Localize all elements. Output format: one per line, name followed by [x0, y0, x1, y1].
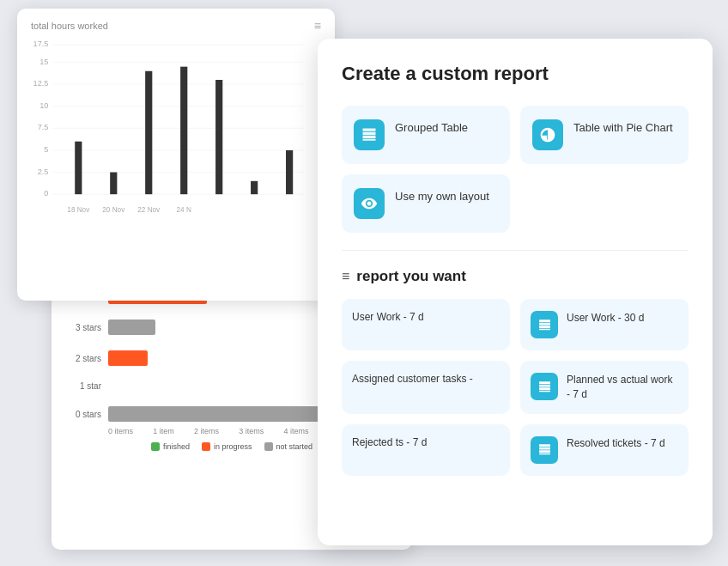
line-chart-menu-icon[interactable]: ≡	[314, 19, 321, 33]
svg-text:7.5: 7.5	[38, 123, 49, 131]
table-icon-svg2	[537, 380, 552, 394]
bar-label-1star: 1 star	[65, 381, 101, 391]
section2-header: ≡ report you want	[342, 268, 689, 285]
legend-dot-finished	[151, 442, 160, 451]
table-icon-svg	[537, 318, 552, 332]
own-layout-label: Use my own layout	[395, 190, 489, 203]
svg-text:5: 5	[44, 145, 48, 154]
bar-segments-2stars	[108, 350, 148, 366]
line-chart-wrap: 17.5 15 12.5 10 7.5 5 2.5 0	[31, 36, 321, 268]
item-label-user-work-30: User Work - 30 d	[567, 311, 644, 326]
item-icon-planned	[531, 373, 558, 400]
svg-text:15: 15	[39, 58, 48, 66]
bar-label-3stars: 3 stars	[65, 323, 101, 332]
grouped-table-label: Grouped Table	[395, 121, 468, 134]
svg-rect-17	[110, 173, 117, 195]
line-chart-title: total hours worked	[31, 21, 108, 31]
svg-text:2.5: 2.5	[38, 167, 49, 176]
svg-text:22 Nov: 22 Nov	[137, 206, 161, 214]
report-list: User Work - 7 d User Work - 30 d Assigne…	[342, 299, 689, 476]
legend-label-finished: finished	[163, 442, 190, 451]
option-grouped-table[interactable]: Grouped Table	[342, 106, 510, 164]
option-table-pie[interactable]: Table with Pie Chart	[520, 106, 689, 164]
svg-text:24 N: 24 N	[177, 206, 191, 214]
item-label-assigned: Assigned customer tasks -	[352, 373, 473, 385]
legend-inprogress: in progress	[202, 442, 252, 451]
report-title: Create a custom report	[342, 63, 689, 85]
section2-title: report you want	[356, 268, 466, 285]
legend-label-inprogress: in progress	[214, 442, 252, 451]
svg-rect-19	[180, 67, 187, 195]
table-svg-icon	[361, 126, 378, 143]
item-icon-user-work-30	[531, 311, 558, 338]
list-item-planned[interactable]: Planned vs actual work - 7 d	[520, 361, 689, 414]
svg-rect-21	[251, 181, 258, 194]
svg-rect-18	[145, 71, 152, 194]
legend-dot-inprogress	[202, 442, 210, 451]
svg-text:0: 0	[44, 189, 48, 198]
item-icon-resolved	[531, 436, 558, 464]
table-pie-label: Table with Pie Chart	[573, 121, 673, 134]
report-options-grid: Grouped Table Table with Pie Chart Use m…	[342, 106, 689, 233]
bar-label-0stars: 0 stars	[65, 410, 101, 419]
option-own-layout[interactable]: Use my own layout	[342, 174, 510, 233]
legend-label-notstarted: not started	[276, 442, 313, 451]
list-item-rejected[interactable]: Rejected ts - 7 d	[342, 424, 510, 476]
chart-header: total hours worked ≡	[31, 19, 321, 33]
line-chart-card: total hours worked ≡ 17.5 15 12.5 10 7.5…	[17, 9, 335, 301]
legend-notstarted: not started	[264, 442, 313, 451]
item-label-rejected: Rejected ts - 7 d	[352, 436, 427, 448]
svg-text:17.5: 17.5	[33, 40, 49, 48]
seg-notstarted	[108, 406, 345, 422]
list-item-user-work-7[interactable]: User Work - 7 d	[342, 299, 510, 350]
bar-segments-3stars	[108, 320, 155, 335]
eye-svg-icon	[361, 195, 378, 212]
legend-finished: finished	[151, 442, 190, 451]
legend-dot-notstarted	[264, 442, 273, 451]
svg-rect-20	[215, 80, 222, 194]
svg-text:18 Nov: 18 Nov	[67, 206, 90, 214]
seg-notstarted	[108, 320, 155, 335]
custom-report-card: Create a custom report Grouped Table Tab…	[318, 39, 713, 545]
item-label-resolved: Resolved tickets - 7 d	[567, 436, 665, 451]
list-item-resolved[interactable]: Resolved tickets - 7 d	[520, 424, 689, 476]
svg-text:20 Nov: 20 Nov	[102, 206, 125, 214]
svg-rect-16	[75, 142, 82, 194]
line-chart-svg: 17.5 15 12.5 10 7.5 5 2.5 0	[31, 36, 321, 268]
list-item-user-work-30[interactable]: User Work - 30 d	[520, 299, 689, 350]
section-divider	[342, 250, 689, 251]
svg-text:12.5: 12.5	[33, 79, 49, 88]
grouped-table-icon	[354, 119, 385, 150]
svg-rect-22	[286, 150, 293, 194]
table-pie-icon	[532, 119, 563, 150]
own-layout-icon	[354, 188, 385, 219]
svg-text:10: 10	[39, 101, 48, 110]
item-label-planned: Planned vs actual work - 7 d	[567, 373, 678, 402]
seg-inprogress	[108, 350, 148, 366]
list-item-assigned[interactable]: Assigned customer tasks -	[342, 361, 510, 414]
bar-segments-0stars	[108, 406, 345, 422]
item-label-user-work-7: User Work - 7 d	[352, 311, 424, 323]
pie-svg-icon	[539, 126, 556, 143]
bar-label-2stars: 2 stars	[65, 354, 101, 363]
section2-menu-icon: ≡	[342, 269, 349, 284]
table-icon-svg3	[537, 442, 552, 457]
